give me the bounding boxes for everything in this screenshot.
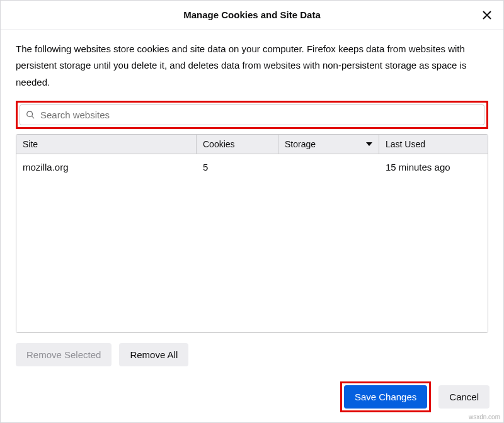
dialog-title: Manage Cookies and Site Data (183, 9, 321, 20)
table-body[interactable]: mozilla.org 5 15 minutes ago (16, 154, 488, 332)
remove-buttons-row: Remove Selected Remove All (16, 343, 488, 366)
save-highlight-box: Save Changes (340, 381, 431, 412)
remove-selected-label: Remove Selected (26, 349, 101, 360)
column-site-label: Site (23, 139, 38, 149)
column-cookies[interactable]: Cookies (197, 135, 278, 154)
sites-table: Site Cookies Storage Last Used mozilla.o… (16, 134, 488, 333)
watermark: wsxdn.com (469, 414, 500, 420)
column-site[interactable]: Site (16, 135, 197, 154)
dialog-header: Manage Cookies and Site Data (1, 1, 503, 30)
column-cookies-label: Cookies (203, 139, 235, 149)
cell-site: mozilla.org (16, 158, 197, 176)
table-header: Site Cookies Storage Last Used (16, 135, 488, 154)
cell-cookies: 5 (197, 158, 278, 176)
close-button[interactable] (479, 8, 495, 23)
cell-last-used: 15 minutes ago (379, 158, 488, 176)
table-row[interactable]: mozilla.org 5 15 minutes ago (16, 154, 488, 180)
remove-all-button[interactable]: Remove All (119, 343, 188, 366)
cell-storage (278, 158, 379, 176)
dialog-body: The following websites store cookies and… (1, 30, 503, 374)
search-highlight-box (16, 101, 488, 129)
column-storage[interactable]: Storage (278, 135, 379, 154)
manage-cookies-dialog: Manage Cookies and Site Data The followi… (0, 0, 504, 423)
remove-all-label: Remove All (130, 349, 178, 360)
sort-descending-icon (366, 142, 372, 146)
column-last-used[interactable]: Last Used (379, 135, 488, 154)
cancel-button[interactable]: Cancel (438, 385, 490, 409)
column-last-used-label: Last Used (386, 139, 425, 149)
remove-selected-button[interactable]: Remove Selected (16, 343, 112, 366)
search-input[interactable] (20, 104, 484, 125)
dialog-footer: Save Changes Cancel (1, 374, 503, 422)
close-icon (482, 10, 492, 22)
dialog-description: The following websites store cookies and… (16, 41, 488, 91)
column-storage-label: Storage (285, 139, 316, 149)
save-changes-button[interactable]: Save Changes (344, 385, 427, 409)
